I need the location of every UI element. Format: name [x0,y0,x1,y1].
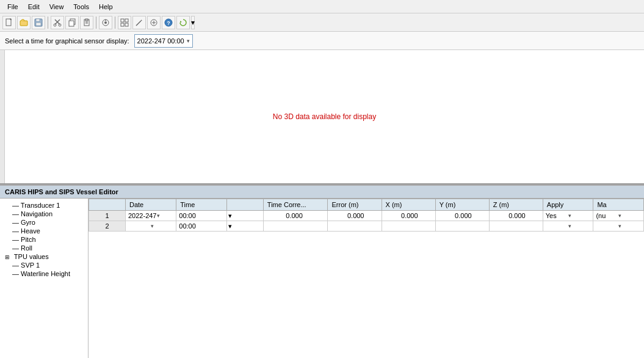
cell-x-1[interactable] [382,211,435,221]
time-dd-arrow-2[interactable]: ▾ [228,222,232,230]
cell-timecorr-1[interactable] [263,211,328,221]
date-arrow-icon-1[interactable]: ▾ [157,213,174,219]
tool1-button[interactable] [132,16,146,29]
svg-rect-11 [69,21,74,26]
toolbar-sep-2 [96,16,96,29]
cell-ma-1: (nu ▾ [593,211,644,221]
main-layout: File Edit View Tools Help [0,0,644,358]
time-bar-label: Select a time for graphical sensor displ… [5,37,129,45]
svg-rect-5 [36,23,41,26]
tree-item-heave[interactable]: ― Heave [0,227,88,235]
tree-item-transducer[interactable]: ― Transducer 1 [0,201,88,210]
cell-date-1: 2022-247 ▾ [126,211,176,221]
menu-tools[interactable]: Tools [68,2,94,12]
tpu-expand-icon: ⊞ [5,254,10,260]
cell-z-1[interactable] [489,211,543,221]
tree-item-gyro[interactable]: ― Gyro [0,218,88,227]
tree-item-waterline[interactable]: ― Waterline Height [0,269,88,278]
date-arrow-icon-2[interactable]: ▾ [151,223,173,229]
svg-rect-21 [121,23,124,26]
ma-arrow-icon-1[interactable]: ▾ [618,213,641,219]
new-button[interactable] [2,16,16,29]
svg-rect-13 [85,19,88,21]
ma-value-1: (nu [596,212,618,219]
tree-item-tpu[interactable]: ⊞ TPU values [0,252,88,261]
ma-arrow-icon-2[interactable]: ▾ [618,223,641,229]
menu-help[interactable]: Help [94,2,118,12]
row-num-2: 2 [89,221,126,232]
audio-button[interactable] [99,16,112,29]
timecorr-input-1[interactable] [266,212,303,219]
time-input-1[interactable] [179,212,209,219]
cell-x-2[interactable] [382,221,435,232]
col-x: X (m) [382,199,435,211]
table-row: 2 ▾ ▾ [89,221,644,232]
menu-file[interactable]: File [2,2,23,12]
error-input-1[interactable] [330,212,364,219]
cell-time-1[interactable] [176,211,227,221]
cell-error-1[interactable] [328,211,382,221]
refresh-button[interactable] [176,16,190,29]
time-select-value: 2022-247 00:00 [137,37,184,45]
time-dd-arrow-1[interactable]: ▾ [228,212,232,219]
tree-item-svp[interactable]: ― SVP 1 [0,261,88,269]
3d-view-panel: No 3D data available for display [0,50,644,184]
tree-item-pitch[interactable]: ― Pitch [0,235,88,244]
apply-value-1: Yes [546,212,568,219]
cut-button[interactable] [51,16,64,29]
open-button[interactable] [17,16,31,29]
no-data-message: No 3D data available for display [273,112,376,121]
time-select-dropdown[interactable]: 2022-247 00:00 ▾ [134,34,193,48]
svg-marker-24 [141,20,142,21]
menu-bar: File Edit View Tools Help [0,0,644,13]
apply-arrow-icon-2[interactable]: ▾ [568,223,591,229]
time-input-2[interactable] [179,222,209,230]
ma-dropdown-1[interactable]: (nu ▾ [596,212,641,219]
tree-item-navigation[interactable]: ― Navigation [0,210,88,218]
svg-marker-30 [180,21,182,23]
toolbar-sep-3 [115,16,115,29]
tree-item-roll[interactable]: ― Roll [0,244,88,252]
svg-rect-22 [125,23,128,26]
cell-time-dd-2[interactable]: ▾ [226,221,263,232]
svg-text:?: ? [167,20,170,26]
col-time: Time [176,199,227,211]
paste-button[interactable] [80,16,93,29]
cell-date-2: ▾ [126,221,176,232]
grid-button[interactable] [118,16,131,29]
y-input-1[interactable] [438,212,472,219]
copy-button[interactable] [65,16,79,29]
menu-view[interactable]: View [45,2,69,12]
help-button[interactable]: ? [162,16,175,29]
cell-z-2[interactable] [489,221,543,232]
col-num [89,199,126,211]
cell-ma-2: ▾ [593,221,644,232]
cell-y-1[interactable] [435,211,489,221]
row-num-1: 1 [89,211,126,221]
apply-dropdown-2[interactable]: ▾ [546,223,591,229]
apply-arrow-icon-1[interactable]: ▾ [568,213,591,219]
cell-apply-1: Yes ▾ [543,211,593,221]
date-dropdown-1[interactable]: 2022-247 ▾ [128,212,173,219]
col-ma: Ma [593,199,644,211]
cell-time-dd-1[interactable]: ▾ [226,211,263,221]
apply-dropdown-1[interactable]: Yes ▾ [546,212,591,219]
ma-dropdown-2[interactable]: ▾ [596,223,641,229]
svg-rect-2 [20,21,27,26]
table-row: 1 2022-247 ▾ ▾ [89,211,644,221]
cell-y-2[interactable] [435,221,489,232]
save-button[interactable] [32,16,45,29]
x-input-1[interactable] [385,212,418,219]
col-y: Y (m) [435,199,489,211]
cell-time-2[interactable] [176,221,227,232]
col-apply: Apply [543,199,593,211]
cell-error-2[interactable] [328,221,382,232]
panel-title: CARIS HIPS and SIPS Vessel Editor [0,184,644,199]
tool2-button[interactable] [147,16,161,29]
cell-timecorr-2[interactable] [263,221,328,232]
menu-edit[interactable]: Edit [23,2,45,12]
date-dropdown-2[interactable]: ▾ [128,223,173,229]
z-input-1[interactable] [492,212,526,219]
dropdown-arrow[interactable]: ▾ [191,16,195,29]
svg-rect-19 [121,19,124,22]
